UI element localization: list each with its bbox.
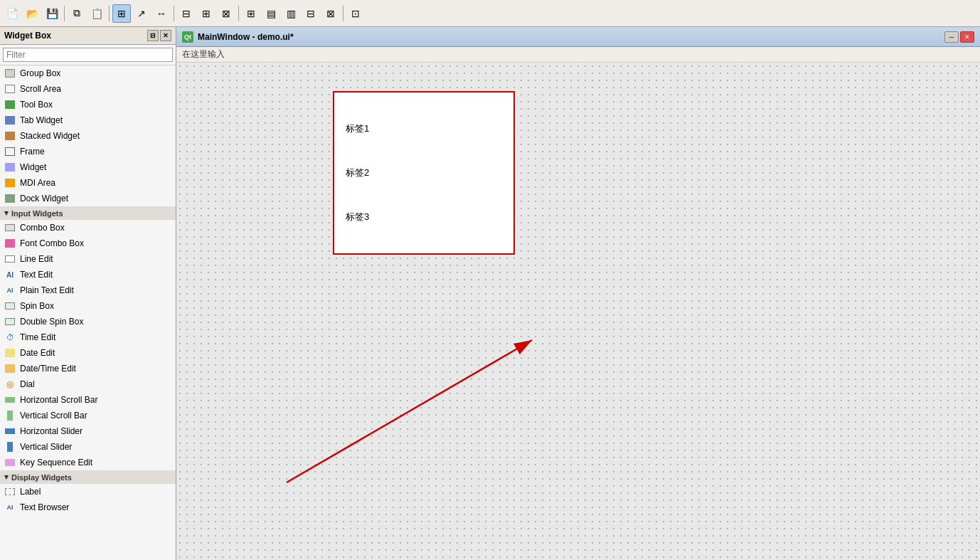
layout1-button[interactable]: ⊟ bbox=[177, 4, 196, 23]
sidebar-item-tab-widget[interactable]: Tab Widget bbox=[0, 112, 176, 128]
groupbox-icon bbox=[4, 68, 16, 79]
group-box-label: Group Box bbox=[20, 68, 60, 78]
widget-box-float-button[interactable]: ⊟ bbox=[147, 30, 159, 41]
open-button[interactable]: 📂 bbox=[23, 4, 41, 23]
frame-label: Frame bbox=[20, 147, 45, 157]
sidebar-item-dial[interactable]: ◎ Dial bbox=[0, 376, 176, 392]
layout2-button[interactable]: ⊞ bbox=[197, 4, 215, 23]
sidebar-item-font-combo-box[interactable]: Font Combo Box bbox=[0, 236, 176, 251]
keyseq-icon bbox=[4, 457, 16, 468]
main-window-title-text: MainWindow - demo.ui* bbox=[198, 32, 294, 42]
sidebar-item-horizontal-scroll-bar[interactable]: Horizontal Scroll Bar bbox=[0, 392, 176, 408]
tool-box-label: Tool Box bbox=[20, 100, 53, 110]
sep2 bbox=[109, 6, 110, 21]
mdi-area-label: MDI Area bbox=[20, 178, 55, 188]
sidebar-item-frame[interactable]: Frame bbox=[0, 144, 176, 159]
sidebar-item-tool-box[interactable]: Tool Box bbox=[0, 97, 176, 112]
font-combo-box-label: Font Combo Box bbox=[20, 238, 84, 248]
layout3-button[interactable]: ⊠ bbox=[217, 4, 235, 23]
sep5 bbox=[343, 6, 343, 21]
sidebar-item-plain-text-edit[interactable]: AI Plain Text Edit bbox=[0, 282, 176, 298]
dateedit-icon bbox=[4, 347, 16, 359]
sidebar-item-horizontal-slider[interactable]: Horizontal Slider bbox=[0, 423, 176, 439]
grid-layout-button[interactable]: ⊞ bbox=[242, 4, 260, 23]
sidebar-item-label[interactable]: Label bbox=[0, 484, 176, 500]
adjust-size-button[interactable]: ⊠ bbox=[321, 4, 340, 23]
sidebar-item-stacked-widget[interactable]: Stacked Widget bbox=[0, 128, 176, 144]
display-widgets-section-header[interactable]: ▾ Display Widgets bbox=[0, 470, 176, 484]
text-edit-label: Text Edit bbox=[20, 270, 53, 280]
vertical-scroll-bar-label: Vertical Scroll Bar bbox=[20, 411, 87, 421]
sidebar-item-date-time-edit[interactable]: Date/Time Edit bbox=[0, 361, 176, 376]
vscrollbar-icon bbox=[4, 410, 16, 421]
sidebar-item-time-edit[interactable]: ⏱ Time Edit bbox=[0, 329, 176, 345]
break-layout-button[interactable]: ⊟ bbox=[302, 4, 320, 23]
sidebar-item-text-edit[interactable]: AI Text Edit bbox=[0, 267, 176, 282]
dial-label: Dial bbox=[20, 379, 35, 389]
vertical-slider-label: Vertical Slider bbox=[20, 442, 72, 452]
paste-button[interactable]: 📋 bbox=[87, 4, 106, 23]
doublespinbox-icon bbox=[4, 316, 16, 327]
sidebar-item-text-browser[interactable]: AI Text Browser bbox=[0, 500, 176, 515]
sidebar-item-line-edit[interactable]: Line Edit bbox=[0, 251, 176, 267]
widget-box-header-buttons: ⊟ ✕ bbox=[147, 30, 171, 41]
canvas-widget-container[interactable]: 标签1 标签2 标签3 bbox=[333, 91, 515, 255]
horizontal-scroll-bar-label: Horizontal Scroll Bar bbox=[20, 395, 97, 405]
new-button[interactable]: 📄 bbox=[3, 4, 21, 23]
close-button[interactable]: ✕ bbox=[960, 31, 974, 43]
sidebar-item-date-edit[interactable]: Date Edit bbox=[0, 345, 176, 361]
time-edit-label: Time Edit bbox=[20, 332, 55, 342]
dock-widget-label: Dock Widget bbox=[20, 194, 68, 204]
connect-button[interactable]: ↔ bbox=[152, 4, 171, 23]
save-button[interactable]: 💾 bbox=[43, 4, 61, 23]
textedit-icon: AI bbox=[4, 269, 16, 280]
sidebar-item-combo-box[interactable]: Combo Box bbox=[0, 220, 176, 236]
filter-row bbox=[0, 45, 176, 65]
timeedit-icon: ⏱ bbox=[4, 332, 16, 343]
canvas-label-2: 标签2 bbox=[346, 167, 502, 179]
sep3 bbox=[174, 6, 174, 21]
sidebar-item-spin-box[interactable]: Spin Box bbox=[0, 298, 176, 314]
sidebar-item-widget[interactable]: Widget bbox=[0, 159, 176, 175]
mdi-icon bbox=[4, 177, 16, 189]
widget-box-close-button[interactable]: ✕ bbox=[160, 30, 171, 41]
minimize-button[interactable]: ─ bbox=[944, 31, 959, 43]
menubar[interactable]: 在这里输入 bbox=[176, 47, 980, 63]
tab-widget-label: Tab Widget bbox=[20, 115, 63, 125]
widget-box-panel: Widget Box ⊟ ✕ Group Box Scroll Area Too… bbox=[0, 27, 176, 560]
date-edit-label: Date Edit bbox=[20, 348, 55, 358]
qt-logo: Qt bbox=[182, 31, 193, 43]
hslider-icon bbox=[4, 426, 16, 437]
copy-button[interactable]: ⧉ bbox=[68, 4, 86, 23]
vbox-layout-button[interactable]: ▥ bbox=[282, 4, 300, 23]
sidebar-item-dock-widget[interactable]: Dock Widget bbox=[0, 191, 176, 206]
sidebar-item-double-spin-box[interactable]: Double Spin Box bbox=[0, 314, 176, 329]
combo-box-label: Combo Box bbox=[20, 223, 65, 233]
sidebar-item-vertical-slider[interactable]: Vertical Slider bbox=[0, 439, 176, 455]
main-toolbar: 📄 📂 💾 ⧉ 📋 ⊞ ↗ ↔ ⊟ ⊞ ⊠ ⊞ ▤ ▥ ⊟ ⊠ ⊡ bbox=[0, 0, 980, 27]
dial-icon: ◎ bbox=[4, 379, 16, 390]
input-widgets-section-header[interactable]: ▾ Input Widgets bbox=[0, 206, 176, 220]
filter-input[interactable] bbox=[3, 48, 173, 62]
canvas-label-1: 标签1 bbox=[346, 122, 502, 135]
plain-text-edit-label: Plain Text Edit bbox=[20, 285, 74, 295]
datetimeedit-icon bbox=[4, 363, 16, 374]
sidebar-item-key-sequence-edit[interactable]: Key Sequence Edit bbox=[0, 455, 176, 470]
sidebar-item-mdi-area[interactable]: MDI Area bbox=[0, 175, 176, 191]
sidebar-item-group-box[interactable]: Group Box bbox=[0, 65, 176, 81]
hbox-layout-button[interactable]: ▤ bbox=[262, 4, 280, 23]
sidebar-item-scroll-area[interactable]: Scroll Area bbox=[0, 81, 176, 97]
widget-icon bbox=[4, 162, 16, 173]
sidebar-item-vertical-scroll-bar[interactable]: Vertical Scroll Bar bbox=[0, 408, 176, 423]
pointer-button[interactable]: ↗ bbox=[132, 4, 151, 23]
preview-button[interactable]: ⊡ bbox=[346, 4, 365, 23]
widget-list: Group Box Scroll Area Tool Box Tab Widge… bbox=[0, 65, 176, 560]
select-mode-button[interactable]: ⊞ bbox=[112, 4, 131, 23]
plaintextedit-icon: AI bbox=[4, 285, 16, 296]
canvas-area: Qt MainWindow - demo.ui* ─ ✕ 在这里输入 标签1 标… bbox=[176, 27, 980, 560]
widget-box-title: Widget Box bbox=[4, 31, 51, 41]
fontcombo-icon bbox=[4, 238, 16, 249]
stacked-icon bbox=[4, 130, 16, 142]
main-window-title-group: Qt MainWindow - demo.ui* bbox=[182, 31, 294, 43]
canvas-inner[interactable]: 标签1 标签2 标签3 bbox=[176, 63, 980, 560]
